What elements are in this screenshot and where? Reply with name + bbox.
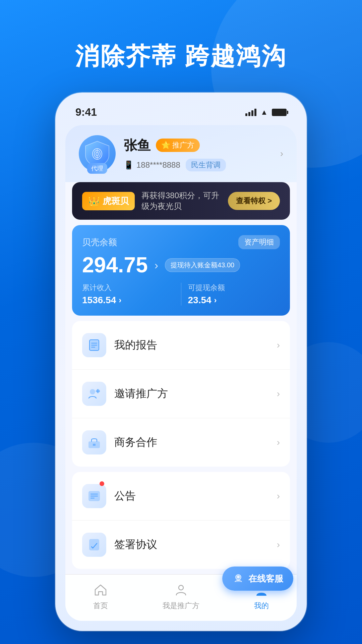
menu-section-2: 公告 › 签署协议 › [72, 472, 290, 569]
online-service-label: 在线客服 [248, 573, 283, 585]
svg-rect-19 [89, 539, 99, 550]
svg-point-22 [179, 585, 183, 590]
balance-arrow[interactable]: › [155, 259, 158, 272]
phone-mockup: 9:41 ▲ [0, 93, 362, 631]
phone-icon: 📱 [124, 160, 134, 170]
withdrawable-arrow[interactable]: › [214, 296, 217, 305]
withdrawable-balance: 可提现余额 23.54 › [188, 283, 280, 306]
home-nav-label: 首页 [93, 601, 108, 611]
profile-arrow[interactable]: › [280, 148, 283, 159]
cumulative-income: 累计收入 1536.54 › [82, 283, 174, 306]
agreement-icon-wrap [82, 533, 106, 557]
business-coop-arrow: › [277, 437, 280, 448]
agreement-icon [87, 537, 102, 552]
tiger-badge-text: 虎斑贝 [103, 195, 129, 207]
profile-name: 张鱼 [124, 136, 150, 155]
promoter-nav-icon [173, 581, 189, 598]
announcement-label: 公告 [114, 489, 269, 503]
battery-icon [272, 109, 287, 116]
menu-section-1: 我的报告 › 邀请推广方 › [72, 321, 290, 467]
invite-icon [87, 386, 102, 401]
announcement-arrow: › [277, 491, 280, 501]
balance-amount: 294.75 [82, 253, 148, 277]
online-service-button[interactable]: 在线客服 [222, 567, 293, 591]
bg-tag: 民生背调 [186, 159, 226, 171]
sign-agreement-arrow: › [277, 539, 280, 550]
star-icon: ⭐ [161, 141, 170, 150]
my-report-label: 我的报告 [114, 338, 269, 353]
report-icon-wrap [82, 333, 106, 357]
menu-item-my-report[interactable]: 我的报告 › [72, 321, 290, 370]
business-coop-label: 商务合作 [114, 435, 269, 450]
nav-item-home[interactable]: 首页 [92, 581, 109, 611]
cumulative-label: 累计收入 [82, 283, 174, 293]
menu-item-invite-promoter[interactable]: 邀请推广方 › [72, 370, 290, 418]
agent-badge: 代理 [87, 163, 107, 174]
svg-rect-14 [93, 444, 96, 446]
crown-icon: 👑 [88, 196, 100, 207]
svg-point-9 [90, 389, 95, 394]
invite-promoter-arrow: › [277, 388, 280, 399]
business-icon-wrap [82, 430, 106, 454]
balance-label: 贝壳余额 [82, 236, 117, 248]
avatar-container: 代理 [79, 135, 116, 172]
svg-point-21 [237, 576, 240, 578]
sign-agreement-label: 签署协议 [114, 537, 269, 552]
asset-detail-button[interactable]: 资产明细 [238, 235, 280, 249]
cumulative-arrow[interactable]: › [119, 296, 121, 305]
invite-promoter-label: 邀请推广方 [114, 386, 269, 401]
announcement-icon-wrap [82, 484, 106, 508]
balance-card: 贝壳余额 资产明细 294.75 › 提现待入账金额43.00 累计收入 153… [72, 225, 290, 316]
tiger-badge: 👑 虎斑贝 [82, 192, 135, 210]
withdrawable-label: 可提现余额 [188, 283, 280, 293]
menu-item-announcement[interactable]: 公告 › [72, 472, 290, 521]
profile-section: 代理 张鱼 ⭐ 推广方 📱 188****8888 [65, 125, 297, 182]
announcement-notification-dot [100, 481, 104, 486]
signal-icon [245, 109, 256, 116]
view-privileges-button[interactable]: 查看特权 > [228, 192, 280, 210]
status-bar: 9:41 ▲ [65, 103, 297, 125]
promoter-nav-label: 我是推广方 [163, 601, 199, 611]
hero-title: 消除芥蒂 跨越鸿沟 [0, 0, 362, 93]
pending-badge: 提现待入账金额43.00 [165, 258, 240, 272]
menu-item-sign-agreement[interactable]: 签署协议 › [72, 521, 290, 569]
menu-item-business-coop[interactable]: 商务合作 › [72, 418, 290, 467]
status-icons: ▲ [245, 108, 287, 117]
phone-content: 代理 张鱼 ⭐ 推广方 📱 188****8888 [65, 125, 297, 621]
home-nav-icon [92, 581, 109, 598]
promoter-badge: ⭐ 推广方 [156, 139, 200, 152]
withdrawable-value: 23.54 [188, 295, 212, 306]
profile-info: 张鱼 ⭐ 推广方 📱 188****8888 民生背调 [124, 136, 272, 171]
status-time: 9:41 [75, 106, 97, 118]
business-icon [87, 435, 102, 450]
report-icon [87, 338, 102, 353]
wifi-icon: ▲ [260, 108, 268, 117]
tiger-description: 再获得380积分，可升级为夜光贝 [141, 190, 221, 212]
my-report-arrow: › [277, 340, 280, 351]
promoter-label: 推广方 [172, 140, 194, 150]
tiger-banner: 👑 虎斑贝 再获得380积分，可升级为夜光贝 查看特权 > [72, 182, 290, 220]
cumulative-value: 1536.54 [82, 295, 116, 306]
phone-number: 📱 188****8888 [124, 160, 180, 170]
announcement-icon [87, 489, 102, 503]
service-icon [232, 573, 244, 585]
nav-item-promoter[interactable]: 我是推广方 [163, 581, 199, 611]
mine-nav-label: 我的 [254, 601, 269, 611]
invite-icon-wrap [82, 382, 106, 406]
